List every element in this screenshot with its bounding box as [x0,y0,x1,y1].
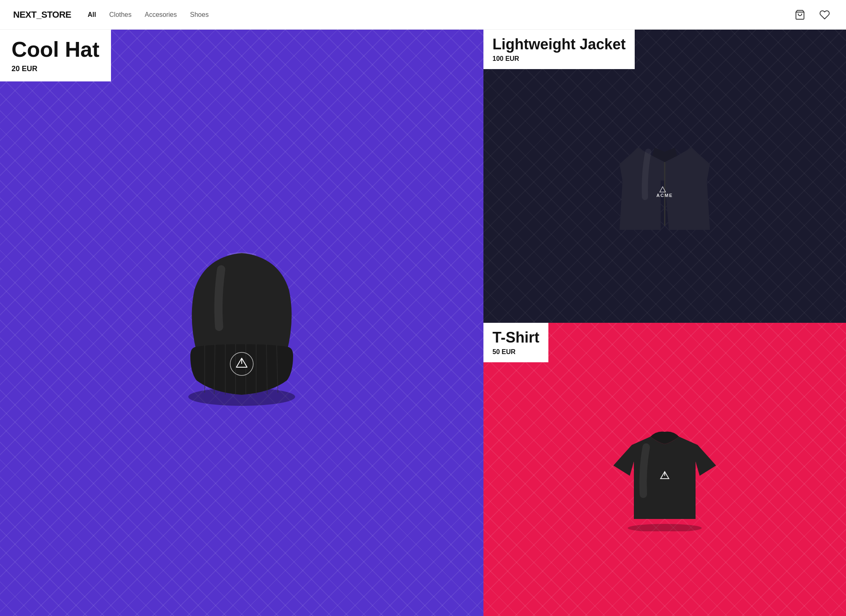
nav-link-accessories[interactable]: Accesories [145,11,177,18]
jacket-image-container: ACME [483,30,846,323]
hat-image-container [0,30,483,616]
hat-info-box: Cool Hat 20 EUR [0,30,111,81]
svg-point-16 [628,524,702,531]
product-card-tshirt[interactable]: T-Shirt 50 EUR [483,323,846,616]
jacket-title: Lightweight Jacket [492,36,626,53]
jacket-price: 100 EUR [492,55,626,63]
tshirt-title: T-Shirt [492,329,539,346]
nav-link-clothes[interactable]: Clothes [109,11,132,18]
product-card-jacket[interactable]: Lightweight Jacket 100 EUR ACME [483,30,846,323]
right-column: Lightweight Jacket 100 EUR ACME [483,30,846,616]
cart-button[interactable] [792,7,808,23]
hat-image [164,236,320,409]
tshirt-info-box: T-Shirt 50 EUR [483,323,548,362]
tshirt-image-container [483,323,846,616]
tshirt-price: 50 EUR [492,348,539,356]
shopping-bag-icon [795,9,805,20]
navbar: NEXT_STORE All Clothes Accesories Shoes [0,0,846,30]
product-card-hat[interactable]: Cool Hat 20 EUR [0,30,483,616]
heart-icon [819,9,830,20]
nav-icons [792,7,833,23]
nav-link-all[interactable]: All [88,11,96,18]
nav-link-shoes[interactable]: Shoes [190,11,208,18]
tshirt-image [607,408,722,531]
svg-text:ACME: ACME [656,193,673,198]
jacket-image: ACME [611,115,718,238]
nav-menu: All Clothes Accesories Shoes [88,11,208,19]
product-grid: Cool Hat 20 EUR [0,30,846,616]
brand-logo[interactable]: NEXT_STORE [13,9,71,20]
hat-title: Cool Hat [12,38,99,61]
jacket-info-box: Lightweight Jacket 100 EUR [483,30,635,69]
hat-price: 20 EUR [12,65,99,73]
wishlist-button[interactable] [816,7,833,23]
